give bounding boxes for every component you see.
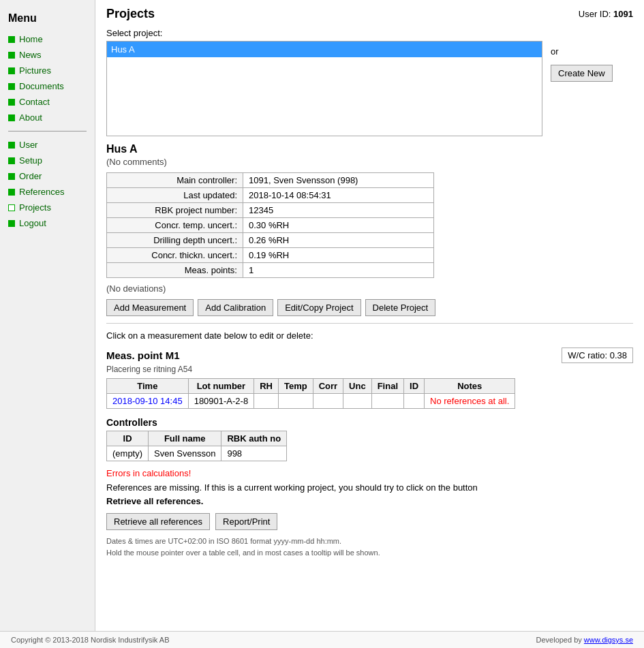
info-table-row: Drilling depth uncert.:0.26 %RH (107, 233, 434, 248)
sidebar-item-logout[interactable]: Logout (0, 215, 95, 231)
sidebar-label-setup: Setup (19, 155, 42, 166)
user-id-value: 1091 (613, 9, 633, 19)
info-table-row: Main controller:1091, Sven Svensson (998… (107, 173, 434, 188)
project-name: Hus A (106, 143, 633, 155)
ctrl-rbk-cell: 998 (221, 446, 287, 461)
footer-note-line1: Dates & times are UTC+02:00 in ISO 8601 … (106, 536, 633, 547)
info-field-value: 2018-10-14 08:54:31 (243, 188, 434, 203)
content-header: Projects User ID: 1091 (106, 7, 633, 21)
or-text: or (551, 46, 613, 57)
meas-point-desc: Placering se ritning A54 (106, 365, 633, 374)
info-field-label: RBK project number: (107, 203, 243, 218)
sidebar-item-references[interactable]: References (0, 184, 95, 200)
edit-copy-project-button[interactable]: Edit/Copy Project (277, 299, 361, 316)
meas-point-header: Meas. point M1 W/C ratio: 0.38 (106, 348, 633, 363)
sidebar-label-home: Home (19, 34, 43, 44)
footer-copyright: Copyright © 2013-2018 Nordisk Industrify… (11, 636, 170, 644)
sidebar-label-about: About (19, 112, 42, 123)
meas-col-header: Time (107, 379, 189, 394)
meas-col-header: Lot number (188, 379, 254, 394)
sidebar-item-order[interactable]: Order (0, 168, 95, 184)
page-wrapper: Menu Home News Pictures Documents Contac… (0, 0, 644, 648)
project-option-hus-a[interactable]: Hus A (107, 42, 542, 57)
info-field-label: Concr. thickn. uncert.: (107, 248, 243, 263)
ctrl-id-cell: (empty) (107, 446, 149, 461)
sidebar-item-user[interactable]: User (0, 137, 95, 153)
retrieve-references-button[interactable]: Retrieve all references (106, 513, 210, 530)
sidebar-label-contact: Contact (19, 97, 50, 107)
main-area: Menu Home News Pictures Documents Contac… (0, 0, 644, 631)
ctrl-name-cell: Sven Svensson (149, 446, 221, 461)
sidebar-label-references: References (19, 187, 64, 197)
bullet-icon (8, 142, 15, 149)
ctrl-col-header: Full name (149, 431, 221, 446)
meas-col-header: Corr (313, 379, 343, 394)
info-field-label: Meas. points: (107, 263, 243, 278)
sidebar-item-projects[interactable]: Projects (0, 200, 95, 215)
info-field-value: 0.19 %RH (243, 248, 434, 263)
sidebar-label-pictures: Pictures (19, 65, 51, 76)
wc-ratio-box: W/C ratio: 0.38 (562, 348, 633, 363)
bullet-icon (8, 83, 15, 90)
info-table-row: Last updated:2018-10-14 08:54:31 (107, 188, 434, 203)
or-section: or Create New (551, 41, 613, 82)
project-listbox[interactable]: Hus A (106, 41, 542, 136)
meas-notes-cell: No references at all. (425, 394, 515, 409)
bullet-icon (8, 67, 15, 74)
bullet-icon (8, 157, 15, 164)
wc-ratio-label: W/C ratio: (568, 350, 607, 360)
meas-col-header: Temp (278, 379, 313, 394)
bullet-icon (8, 114, 15, 121)
bullet-icon (8, 173, 15, 180)
click-hint: Click on a measurement date below to edi… (106, 330, 633, 341)
meas-id-cell (404, 394, 425, 409)
footer-dev-link[interactable]: www.digsys.se (584, 636, 633, 644)
bottom-buttons: Retrieve all references Report/Print (106, 513, 633, 530)
measurement-table: TimeLot numberRHTempCorrUncFinalIDNotes … (106, 378, 515, 409)
sidebar-item-pictures[interactable]: Pictures (0, 63, 95, 78)
user-id-display: User ID: 1091 (579, 9, 633, 19)
meas-col-header: RH (254, 379, 279, 394)
sidebar-item-documents[interactable]: Documents (0, 78, 95, 94)
sidebar-item-news[interactable]: News (0, 47, 95, 63)
info-field-value: 1091, Sven Svensson (998) (243, 173, 434, 188)
info-table-row: Concr. thickn. uncert.:0.19 %RH (107, 248, 434, 263)
delete-project-button[interactable]: Delete Project (365, 299, 436, 316)
meas-col-header: ID (404, 379, 425, 394)
sidebar: Menu Home News Pictures Documents Contac… (0, 0, 95, 631)
warning-body: References are missing. If this is a cur… (106, 482, 478, 493)
bullet-empty-icon (8, 204, 15, 211)
meas-unc-cell (343, 394, 372, 409)
page-footer: Copyright © 2013-2018 Nordisk Industrify… (0, 631, 644, 648)
meas-temp-cell (278, 394, 313, 409)
meas-point-title: Meas. point M1 (106, 350, 180, 361)
meas-rh-cell (254, 394, 279, 409)
bullet-icon (8, 36, 15, 43)
info-field-value: 1 (243, 263, 434, 278)
add-calibration-button[interactable]: Add Calibration (198, 299, 273, 316)
main-content: Projects User ID: 1091 Select project: H… (95, 0, 644, 631)
footer-dev: Developed by www.digsys.se (536, 636, 633, 644)
meas-final-cell (371, 394, 403, 409)
report-print-button[interactable]: Report/Print (215, 513, 277, 530)
meas-corr-cell (313, 394, 343, 409)
meas-time-cell[interactable]: 2018-09-10 14:45 (107, 394, 189, 409)
sidebar-item-contact[interactable]: Contact (0, 94, 95, 110)
action-buttons: Add Measurement Add Calibration Edit/Cop… (106, 299, 633, 316)
bullet-icon (8, 220, 15, 227)
meas-time-link[interactable]: 2018-09-10 14:45 (112, 396, 183, 406)
ctrl-col-header: ID (107, 431, 149, 446)
sidebar-label-news: News (19, 50, 42, 60)
section-divider (106, 323, 633, 324)
meas-col-header: Unc (343, 379, 372, 394)
project-info-table: Main controller:1091, Sven Svensson (998… (106, 172, 434, 278)
sidebar-item-setup[interactable]: Setup (0, 153, 95, 168)
create-new-button[interactable]: Create New (551, 65, 613, 82)
project-area: Hus A or Create New (106, 41, 633, 136)
sidebar-item-about[interactable]: About (0, 110, 95, 125)
add-measurement-button[interactable]: Add Measurement (106, 299, 194, 316)
controllers-table: IDFull nameRBK auth no (empty)Sven Svens… (106, 431, 287, 461)
bullet-icon (8, 99, 15, 106)
meas-col-header: Notes (425, 379, 515, 394)
sidebar-item-home[interactable]: Home (0, 31, 95, 47)
